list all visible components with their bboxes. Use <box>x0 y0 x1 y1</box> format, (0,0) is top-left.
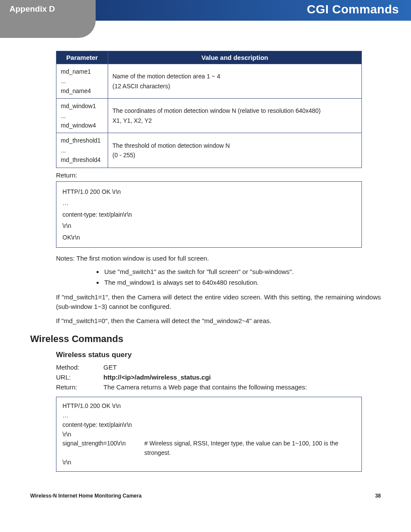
paragraph: If "md_switch1=0", then the Camera will … <box>56 316 381 326</box>
kv-value: GET <box>103 364 381 371</box>
subsection-heading: Wireless status query <box>56 351 381 359</box>
footer-page-number: 38 <box>375 493 381 499</box>
list-item: The md_window1 is always set to 640x480 … <box>103 277 381 288</box>
code-line: HTTP/1.0 200 OK \r\n <box>62 401 355 411</box>
wireless-return-codebox: HTTP/1.0 200 OK \r\n … content-type: tex… <box>56 397 362 472</box>
return-label: Return: <box>56 171 381 179</box>
kv-key: Return: <box>56 383 103 391</box>
code-comment: # Wireless signal, RSSI, Integer type, t… <box>144 439 355 457</box>
paragraph: If "md_switch1=1", then the Camera will … <box>56 292 381 312</box>
kv-method: Method: GET <box>56 364 381 371</box>
cell-desc: The coordinates of motion detection wind… <box>108 99 362 133</box>
cell-param: md_window1 ... md_window4 <box>56 99 108 133</box>
th-parameter: Parameter <box>56 51 108 64</box>
cell-desc: Name of the motion detection area 1 ~ 4 … <box>108 64 362 99</box>
page-content: Parameter Value and description md_name1… <box>0 38 411 512</box>
cell-desc: The threshold of motion detection window… <box>108 133 362 168</box>
table-row: md_threshold1 ... md_threshold4 The thre… <box>56 133 362 168</box>
kv-return: Return: The Camera returns a Web page th… <box>56 383 381 391</box>
code-line: … <box>62 411 355 420</box>
kv-key: Method: <box>56 364 103 371</box>
page-header: Appendix D CGI Commands <box>0 0 411 21</box>
header-appendix: Appendix D <box>0 0 96 21</box>
cell-param: md_threshold1 ... md_threshold4 <box>56 133 108 168</box>
list-item: Use "md_switch1" as the switch for "full… <box>103 266 381 277</box>
code-line: \r\n <box>62 430 355 439</box>
code-comment <box>144 430 355 439</box>
section-heading: Wireless Commands <box>30 333 381 345</box>
kv-value: The Camera returns a Web page that conta… <box>103 383 381 391</box>
code-line: content-type: text/plain\r\n <box>62 420 355 430</box>
page-footer: Wireless-N Internet Home Monitoring Came… <box>30 493 381 499</box>
parameter-table: Parameter Value and description md_name1… <box>56 51 362 168</box>
code-comment <box>144 411 355 420</box>
table-row: md_window1 ... md_window4 The coordinate… <box>56 99 362 133</box>
code-text: … <box>62 411 144 420</box>
notes-bullets: Use "md_switch1" as the switch for "full… <box>103 266 381 288</box>
code-comment <box>144 458 355 467</box>
code-comment <box>144 401 355 411</box>
cell-param: md_name1 ... md_name4 <box>56 64 108 99</box>
code-text: \r\n <box>62 430 144 439</box>
code-text: signal_strength=100\r\n <box>62 439 144 457</box>
kv-value: http://<ip>/adm/wireless_status.cgi <box>103 373 381 381</box>
footer-product: Wireless-N Internet Home Monitoring Came… <box>30 493 142 499</box>
code-line: \r\n <box>62 458 355 467</box>
code-line: signal_strength=100\r\n# Wireless signal… <box>62 439 355 457</box>
return-codebox: HTTP/1.0 200 OK \r\n … content-type: tex… <box>56 181 362 248</box>
header-title: CGI Commands <box>96 0 411 21</box>
code-text: content-type: text/plain\r\n <box>62 420 144 430</box>
th-description: Value and description <box>108 51 362 64</box>
code-text: HTTP/1.0 200 OK \r\n <box>62 401 144 411</box>
code-text: \r\n <box>62 458 144 467</box>
kv-url: URL: http://<ip>/adm/wireless_status.cgi <box>56 373 381 381</box>
kv-key: URL: <box>56 373 103 381</box>
notes-line: Notes: The first motion window is used f… <box>56 254 381 264</box>
code-comment <box>144 420 355 430</box>
table-row: md_name1 ... md_name4 Name of the motion… <box>56 64 362 99</box>
